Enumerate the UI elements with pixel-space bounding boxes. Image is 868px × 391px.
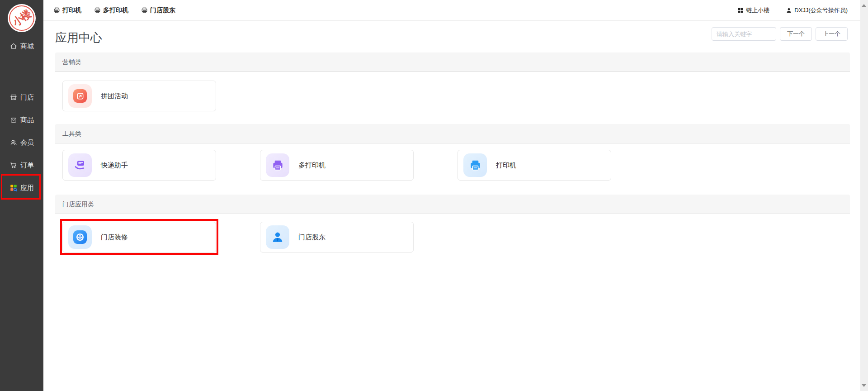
- app-card-group-buy[interactable]: 拼团活动: [62, 81, 216, 111]
- sidebar-item-orders[interactable]: 订单: [0, 154, 43, 176]
- tab-label: 打印机: [62, 6, 81, 14]
- goods-icon: [9, 116, 18, 124]
- workspace-switcher[interactable]: 链上小楼: [737, 6, 769, 14]
- app-card-label: 门店装修: [101, 233, 128, 242]
- grid-icon: [737, 7, 744, 14]
- workspace-label: 链上小楼: [746, 6, 769, 14]
- store-decoration-icon: [68, 225, 92, 249]
- app-card-label: 拼团活动: [101, 92, 128, 100]
- prev-button[interactable]: 上一个: [816, 27, 848, 41]
- app-card-express-helper[interactable]: 快递助手: [62, 150, 216, 181]
- vertical-scrollbar[interactable]: [860, 0, 868, 391]
- members-icon: [9, 138, 18, 147]
- topbar: 打印机 多打印机 门店股东 链上: [43, 0, 860, 21]
- search-input[interactable]: [712, 27, 776, 41]
- sidebar-item-goods[interactable]: 商品: [0, 109, 43, 131]
- user-label: DXJJ(公众号操作员): [794, 6, 848, 14]
- group-buy-icon: [68, 84, 92, 108]
- app-card-label: 打印机: [496, 161, 516, 170]
- app-card-label: 多打印机: [298, 161, 326, 170]
- user-icon: [786, 7, 792, 14]
- toolbar: 下一个 上一个: [712, 27, 848, 41]
- tab-label: 门店股东: [150, 6, 175, 14]
- express-helper-icon: [68, 153, 92, 177]
- printer-icon: [94, 7, 101, 14]
- app-logo[interactable]: 小楼: [8, 4, 36, 32]
- app-card-multi-printer[interactable]: 多打印机: [260, 150, 414, 181]
- app-card-printer[interactable]: 打印机: [458, 150, 611, 181]
- home-icon: [9, 42, 18, 50]
- shareholder-icon: [266, 225, 289, 249]
- sidebar-item-apps[interactable]: 应用: [0, 176, 43, 199]
- sidebar: 小楼 商城 门店 商品: [0, 0, 43, 391]
- card-row: 拼团活动: [62, 81, 860, 111]
- sidebar-item-label: 应用: [20, 184, 34, 192]
- tab-label: 多打印机: [103, 6, 128, 14]
- sidebar-item-members[interactable]: 会员: [0, 131, 43, 154]
- app-card-store-shareholder[interactable]: 门店股东: [260, 222, 414, 253]
- scroll-down-arrow-icon[interactable]: [862, 384, 866, 387]
- topbar-right: 链上小楼 DXJJ(公众号操作员): [737, 6, 848, 14]
- printer-app-icon: [463, 153, 487, 177]
- printer-icon: [141, 7, 148, 14]
- sidebar-item-mall[interactable]: 商城: [0, 39, 43, 53]
- app-card-label: 门店股东: [298, 233, 326, 242]
- tab-store-shareholder[interactable]: 门店股东: [141, 6, 175, 14]
- sidebar-item-stores[interactable]: 门店: [0, 86, 43, 109]
- sidebar-group: 门店 商品 会员 订单: [0, 86, 43, 199]
- app-card-store-decoration[interactable]: 门店装修: [62, 222, 216, 253]
- sidebar-item-label: 会员: [20, 138, 34, 147]
- apps-grid-icon: [9, 184, 18, 192]
- cart-icon: [9, 161, 18, 169]
- card-row: 快递助手 多打印机: [62, 150, 860, 181]
- sidebar-item-label: 商城: [20, 42, 34, 51]
- sidebar-item-label: 订单: [20, 161, 34, 170]
- section-header-marketing: 营销类: [55, 52, 850, 72]
- next-button[interactable]: 下一个: [780, 27, 812, 41]
- scroll-up-arrow-icon[interactable]: [862, 4, 866, 7]
- tab-printer[interactable]: 打印机: [53, 6, 81, 14]
- tab-multi-printer[interactable]: 多打印机: [94, 6, 128, 14]
- section-header-tools: 工具类: [55, 124, 850, 143]
- app-root: 小楼 商城 门店 商品: [0, 0, 868, 391]
- card-row: 门店装修 门店股东: [62, 222, 860, 253]
- app-card-label: 快递助手: [101, 161, 128, 170]
- store-icon: [9, 93, 18, 101]
- content: 应用中心 下一个 上一个 营销类 拼团活动: [43, 21, 860, 391]
- user-menu[interactable]: DXJJ(公众号操作员): [786, 6, 848, 14]
- multi-printer-icon: [266, 153, 289, 177]
- sidebar-item-label: 门店: [20, 93, 34, 102]
- section-header-store-apps: 门店应用类: [55, 195, 850, 214]
- logo-text: 小楼: [10, 7, 33, 29]
- printer-icon: [53, 7, 60, 14]
- main-area: 打印机 多打印机 门店股东 链上: [43, 0, 860, 391]
- sidebar-item-label: 商品: [20, 116, 34, 124]
